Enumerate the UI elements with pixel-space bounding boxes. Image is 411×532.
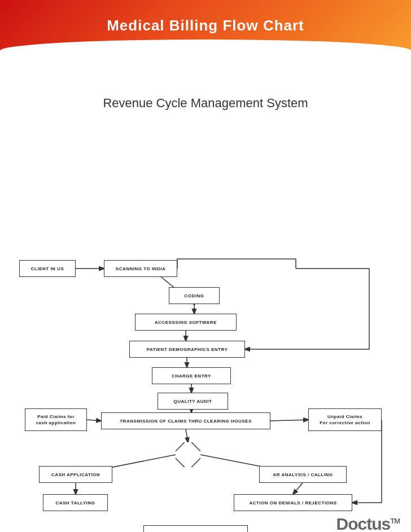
transmission-box: TRANSMISSION OF CLAIMS THRU CLEARING HOU… <box>101 412 270 429</box>
footer: DoctusTM About people, process and techn… <box>0 511 411 532</box>
accessing-box: ACCESSSING SOFTWARE <box>135 314 237 331</box>
client-us-box: CLIENT IN US <box>19 260 76 277</box>
subtitle: Revenue Cycle Management System <box>0 96 411 111</box>
paid-claims-box: Paid Claims for cash application <box>25 408 87 431</box>
demographics-box: PATIENT DEMOGRAPHICS ENTRY <box>129 341 245 358</box>
coding-box: CODING <box>169 287 220 304</box>
charge-box: CHARGE ENTRY <box>152 367 231 384</box>
flowchart: CLIENT IN US SCANNING TO INDIA CODING AC… <box>8 122 403 505</box>
diamond-shape <box>176 442 200 467</box>
cash-tallying-box: CASH TALLYING <box>43 494 108 511</box>
cash-application-box: CASH APPLICATION <box>39 466 112 483</box>
header-background: Medical Billing Flow Chart <box>0 0 411 62</box>
svg-line-7 <box>186 429 188 442</box>
svg-line-11 <box>293 483 303 494</box>
action-denials-box: ACTION ON DENIALS / REJECTIONS <box>234 494 352 511</box>
svg-line-17 <box>87 420 101 421</box>
brand-name: DoctusTM <box>313 515 400 532</box>
scanning-box: SCANNING TO INDIA <box>104 260 177 277</box>
svg-line-18 <box>270 420 308 421</box>
unpaid-claims-box: Unpaid Claims For corrective action <box>308 408 382 431</box>
quality-box: QUALITY AUDIT <box>158 393 228 410</box>
ar-analysis-box: AR ANALYSIS / CALLING <box>259 466 347 483</box>
svg-rect-21 <box>176 442 200 467</box>
page-title: Medical Billing Flow Chart <box>0 17 411 34</box>
